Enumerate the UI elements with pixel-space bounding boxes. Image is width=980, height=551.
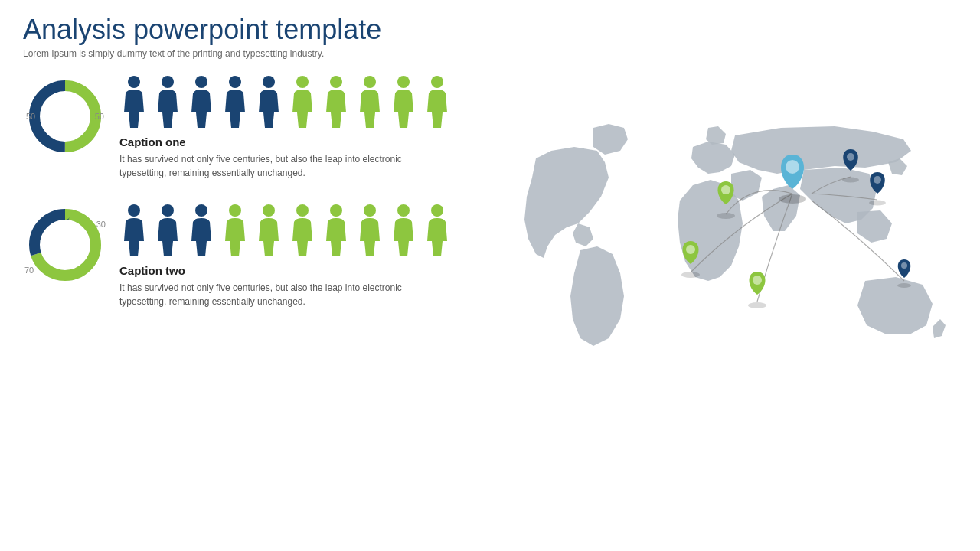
donut2-label-bottom: 70 [24,266,34,275]
section-2: 30 70 [23,203,513,308]
map-pin-3 [748,272,766,308]
svg-point-38 [897,283,911,288]
person-1-4 [220,74,250,128]
person-2-2 [153,203,182,256]
person-1-8 [355,74,384,128]
person-2-1 [119,203,149,256]
svg-point-3 [128,76,140,88]
svg-point-35 [847,153,854,161]
caption-2-text: It has survived not only five centuries,… [119,281,441,308]
svg-point-12 [431,76,443,88]
person-1-9 [389,74,418,128]
person-1-5 [254,74,283,128]
svg-point-33 [786,160,799,174]
donut1-label-left: 50 [26,112,35,121]
section-1: 50 50 [23,74,513,180]
svg-point-11 [397,76,410,88]
svg-point-31 [753,276,762,285]
map-pin-4 [779,155,806,204]
svg-point-30 [748,302,766,308]
svg-point-10 [364,76,376,88]
svg-point-27 [721,185,730,194]
svg-point-26 [717,213,735,219]
right-panel [513,74,957,442]
person-2-4 [220,203,250,256]
donut2-label-top: 30 [96,220,106,229]
section-1-info: Caption one It has survived not only fiv… [119,74,513,180]
person-2-6 [288,203,317,256]
caption-2-title: Caption two [119,264,513,277]
person-2-5 [254,203,283,256]
svg-point-28 [681,272,700,278]
svg-point-21 [296,204,309,217]
world-map [513,74,957,442]
person-2-7 [322,203,351,256]
person-2-9 [389,203,418,256]
svg-point-20 [263,204,275,217]
person-1-7 [322,74,351,128]
person-2-10 [423,203,452,256]
section-2-info: Caption two It has survived not only fiv… [119,203,513,308]
person-2-3 [187,203,216,256]
svg-point-6 [229,76,241,88]
svg-point-37 [874,176,881,184]
caption-1-title: Caption one [119,135,513,148]
svg-point-9 [330,76,342,88]
svg-point-4 [162,76,174,88]
person-1-2 [153,74,182,128]
left-panel: 50 50 [23,74,513,442]
page-subtitle: Lorem Ipsum is simply dummy text of the … [23,48,957,59]
svg-point-23 [364,204,376,217]
svg-point-29 [686,245,695,254]
svg-point-25 [431,204,443,217]
donut-chart-2: 30 70 [23,203,107,287]
donut-chart-1: 50 50 [23,74,107,158]
page-title: Analysis powerpoint template [23,14,957,45]
people-row-2 [119,203,513,256]
svg-point-24 [397,204,410,217]
svg-point-32 [779,194,806,204]
person-1-3 [187,74,216,128]
svg-point-18 [195,204,207,217]
svg-point-36 [869,201,886,206]
person-1-1 [119,74,149,128]
page-container: Analysis powerpoint template Lorem Ipsum… [0,0,980,551]
person-1-6 [288,74,317,128]
people-row-1 [119,74,513,128]
person-2-8 [355,203,384,256]
world-map-svg [513,74,957,442]
svg-point-5 [195,76,207,88]
svg-point-39 [901,262,907,269]
svg-point-34 [842,178,859,183]
person-1-10 [423,74,452,128]
svg-point-8 [296,76,309,88]
svg-point-19 [229,204,241,217]
donut1-label-right: 50 [95,112,104,121]
svg-point-16 [128,204,140,217]
svg-point-17 [162,204,174,217]
svg-point-7 [263,76,275,88]
caption-1-text: It has survived not only five centuries,… [119,152,441,180]
main-content: 50 50 [23,74,957,442]
svg-point-22 [330,204,342,217]
